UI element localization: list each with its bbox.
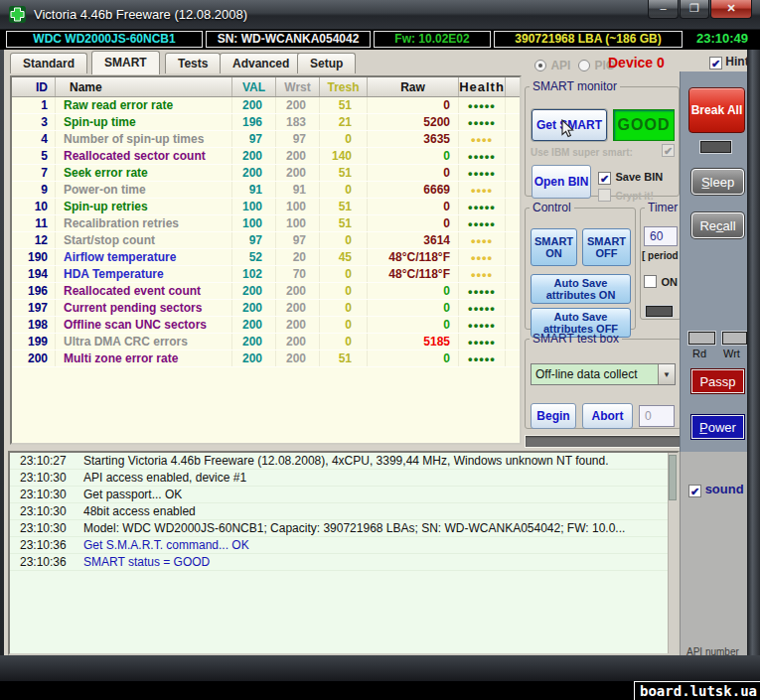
cell-tresh: 0 [320,317,368,333]
wrt-label: Wrt [723,348,740,359]
cell-spacer [506,114,520,130]
log-line: 23:10:30 Model: WDC WD2000JS-60NCB1; Cap… [10,520,678,537]
pio-radio-circle[interactable] [578,60,590,71]
smart-on-button[interactable]: SMART ON [531,228,577,266]
test-type-dropdown[interactable]: Off-line data collect ▼ [531,363,676,385]
table-row[interactable]: 198 Offline scan UNC sectors 200 200 0 0… [12,317,520,334]
window-border-bottom [0,655,760,681]
use-ibm-checkbox[interactable]: ✔ [662,144,675,157]
cell-tresh: 0 [320,232,368,248]
cell-health-dots: •••• [459,131,506,147]
save-bin-checkbox-box[interactable]: ✔ [598,172,611,185]
app-icon [9,6,26,23]
smart-off-button[interactable]: SMART OFF [582,228,631,266]
log-lines: 23:10:27 Starting Victoria 4.46b Freewar… [10,453,678,571]
log-scrollbar[interactable] [668,453,678,653]
log-line: 23:10:36 Get S.M.A.R.T. command... OK [10,537,678,554]
cell-val: 200 [232,97,276,113]
cell-name: Ultra DMA CRC errors [56,334,232,350]
rd-label: Rd [692,348,706,359]
begin-button[interactable]: Begin [531,403,576,429]
mouse-cursor-icon [561,119,574,138]
table-row[interactable]: 12 Start/stop count 97 97 0 3614 •••• [12,232,520,249]
tab-advanced[interactable]: Advanced [220,53,302,73]
right-lower-panel: ✔ sound API number - 0 + [680,452,747,681]
cell-id: 196 [12,283,56,299]
cell-id: 11 [12,215,56,231]
autosave-on-button[interactable]: Auto Save attributes ON [531,274,631,304]
save-bin-checkbox[interactable]: ✔ Save BIN [598,167,663,185]
open-bin-button[interactable]: Open BIN [532,165,591,199]
table-row[interactable]: 197 Current pending sectors 200 200 0 0 … [12,300,520,317]
log-message: SMART status = GOOD [72,555,210,569]
api-radio[interactable]: API [534,56,570,73]
progress-bar [525,435,682,448]
table-row[interactable]: 194 HDA Temperature 102 70 0 48°C/118°F … [12,266,520,283]
log-panel[interactable]: 23:10:27 Starting Victoria 4.46b Freewar… [8,451,680,655]
close-icon[interactable]: ✕ [710,0,752,19]
table-row[interactable]: 199 Ultra DMA CRC errors 200 200 0 5185 … [12,334,520,350]
log-scrollbar-thumb[interactable] [669,455,677,500]
recall-button[interactable]: Rec̲all [691,212,744,238]
smart-monitor-group: SMART monitor Get SMART GOOD Use IBM sup… [525,79,680,197]
cell-health-dots: ••••• [459,350,506,366]
abort-button[interactable]: Abort [582,403,633,429]
cell-val: 91 [232,182,276,198]
table-row[interactable]: 1 Raw read error rate 200 200 51 0 ••••• [12,97,520,114]
tab-setup[interactable]: Setup [297,53,356,73]
maximize-icon[interactable]: ❐ [680,0,709,19]
cell-health-dots: •••• [459,182,506,198]
window-border-left [0,50,4,681]
break-all-button[interactable]: Break All [688,87,745,133]
cell-id: 4 [12,131,56,147]
cell-raw: 48°C/118°F [368,249,459,265]
table-row[interactable]: 200 Multi zone error rate 200 200 51 0 •… [12,350,520,367]
power-button[interactable]: P̲ower [691,415,744,439]
sound-checkbox-box[interactable]: ✔ [688,485,701,497]
window-border-right [747,50,760,681]
table-row[interactable]: 5 Reallocated sector count 200 200 140 0… [12,148,520,165]
timer-on-checkbox-box[interactable] [644,275,657,288]
smart-monitor-title: SMART monitor [530,79,620,93]
cell-tresh: 140 [320,148,368,164]
cell-wrst: 183 [276,114,320,130]
timer-period-input[interactable]: 60 [644,226,678,246]
api-radio-circle[interactable] [534,60,546,71]
cell-health-dots: •••• [459,232,506,248]
table-row[interactable]: 3 Spin-up time 196 183 21 5200 ••••• [12,114,520,131]
cell-name: Number of spin-up times [56,131,232,147]
minimize-icon[interactable]: – [648,0,679,19]
table-row[interactable]: 9 Power-on time 91 91 0 6669 •••• [12,182,520,199]
cell-val: 200 [232,148,276,164]
cell-tresh: 0 [320,300,368,316]
cell-id: 10 [12,199,56,214]
cell-id: 198 [12,317,56,333]
right-button-panel: Break All S̲leep Rec̲all Rd Wrt Passp P̲… [680,71,747,452]
table-row[interactable]: 190 Airflow temperature 52 20 45 48°C/11… [12,249,520,266]
sound-checkbox[interactable]: ✔ sound [688,482,744,497]
passp-button[interactable]: Passp [691,369,744,393]
tab-tests[interactable]: Tests [165,53,221,73]
cell-name: Reallocated event count [56,283,232,299]
victoria-window: Victoria 4.46b Freeware (12.08.2008) – ❐… [0,0,760,700]
log-message: API access enabled, device #1 [72,471,246,485]
cell-health-dots: ••••• [459,334,506,350]
col-health: Health [459,77,506,96]
table-row[interactable]: 196 Reallocated event count 200 200 0 0 … [12,283,520,300]
table-row[interactable]: 10 Spin-up retries 100 100 51 0 ••••• [12,199,520,215]
cell-name: Recalibration retries [56,215,232,231]
table-row[interactable]: 7 Seek error rate 200 200 51 0 ••••• [12,165,520,182]
drive-capacity: 390721968 LBA (~186 GB) [494,31,683,48]
tab-smart[interactable]: SMART [91,51,160,74]
hints-checkbox-box[interactable]: ✔ [709,57,722,70]
timer-on-checkbox[interactable]: ON [644,272,678,290]
table-row[interactable]: 11 Recalibration retries 100 100 51 0 ••… [12,215,520,232]
chevron-down-icon[interactable]: ▼ [658,364,675,384]
cell-spacer [506,215,520,231]
tab-standard[interactable]: Standard [10,53,87,73]
cell-tresh: 0 [320,283,368,299]
sleep-button[interactable]: S̲leep [691,169,744,195]
table-row[interactable]: 4 Number of spin-up times 97 97 0 3635 •… [12,131,520,148]
test-counter-field[interactable]: 0 [639,405,675,427]
log-line: 23:10:30 48bit access enabled [10,503,678,520]
